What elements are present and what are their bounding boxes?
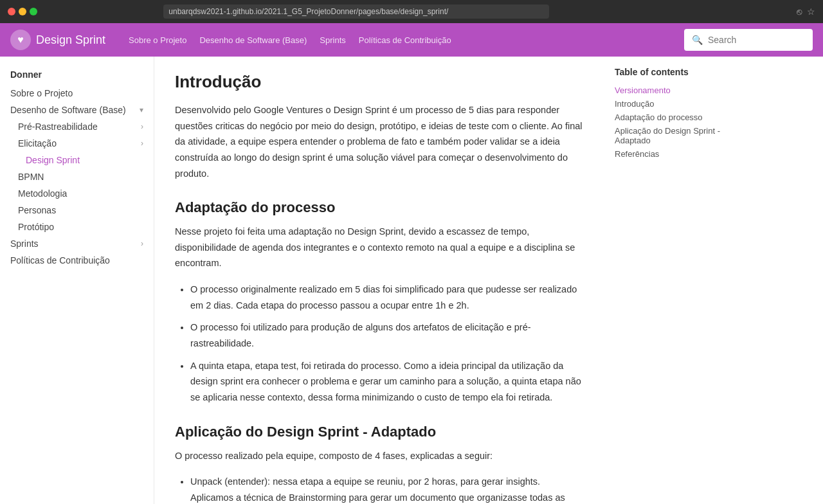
sidebar-item-politicas[interactable]: Políticas de Contribuição: [0, 252, 154, 269]
sidebar-label-sprints: Sprints: [10, 239, 39, 249]
header-logo[interactable]: ♥ Design Sprint: [10, 30, 105, 50]
search-input[interactable]: [708, 35, 805, 45]
main-layout: Donner Sobre o Projeto Desenho de Softwa…: [0, 57, 823, 504]
sidebar-label-sobre: Sobre o Projeto: [10, 88, 73, 98]
section2-paragraph: Nesse projeto foi feita uma adaptação no…: [175, 224, 584, 271]
section3-paragraph: O processo realizado pela equipe, compos…: [175, 448, 584, 464]
sidebar-label-elicitacao: Elicitação: [18, 138, 57, 148]
sidebar-item-prototipo[interactable]: Protótipo: [0, 219, 154, 235]
sidebar-label-desenho: Desenho de Software (Base): [10, 105, 126, 115]
chevron-down-icon: ▾: [140, 105, 143, 114]
star-icon[interactable]: ☆: [807, 6, 815, 17]
browser-icons: ⎋ ☆: [797, 6, 815, 17]
toc-title: Table of contents: [615, 67, 736, 77]
toc-item-referencias[interactable]: Referências: [615, 147, 736, 161]
toc-item-introducao[interactable]: Introdução: [615, 97, 736, 111]
list-item: Unpack (entender): nessa etapa a equipe …: [190, 474, 584, 504]
sidebar: Donner Sobre o Projeto Desenho de Softwa…: [0, 57, 154, 504]
sidebar-label-metodologia: Metodologia: [18, 188, 67, 199]
intro-paragraph: Desenvolvido pelo Google Ventures o Desi…: [175, 102, 584, 181]
section3-list: Unpack (entender): nessa etapa a equipe …: [190, 474, 584, 504]
sidebar-item-design-sprint[interactable]: Design Sprint: [0, 152, 154, 168]
site-header: ♥ Design Sprint Sobre o Projeto Desenho …: [0, 23, 823, 57]
sidebar-item-sobre[interactable]: Sobre o Projeto: [0, 85, 154, 102]
browser-dot-green[interactable]: [30, 8, 37, 15]
sidebar-label-design-sprint: Design Sprint: [26, 155, 80, 165]
chevron-right-icon: ›: [141, 122, 143, 131]
sidebar-item-bpmn[interactable]: BPMN: [0, 168, 154, 185]
nav-item-desenho[interactable]: Desenho de Software (Base): [199, 35, 307, 45]
chevron-right-icon-3: ›: [141, 239, 143, 248]
browser-dots: [8, 8, 37, 15]
sidebar-section-title: Donner: [0, 67, 154, 82]
logo-icon: ♥: [10, 30, 31, 50]
sidebar-item-pre-rastreabilidade[interactable]: Pré-Rastreabilidade ›: [0, 118, 154, 135]
browser-chrome: unbarqdsw2021-1.github.io/2021.1_G5_Proj…: [0, 0, 823, 23]
sidebar-label-pre: Pré-Rastreabilidade: [18, 122, 98, 132]
chevron-right-icon-2: ›: [141, 139, 143, 148]
sidebar-item-sprints[interactable]: Sprints ›: [0, 235, 154, 252]
sidebar-label-bpmn: BPMN: [18, 172, 44, 182]
search-icon: 🔍: [692, 35, 703, 45]
sidebar-label-personas: Personas: [18, 205, 56, 215]
nav-item-politicas[interactable]: Políticas de Contribuição: [359, 35, 451, 45]
nav-item-sprints[interactable]: Sprints: [320, 35, 345, 45]
toc-item-adaptacao[interactable]: Adaptação do processo: [615, 111, 736, 124]
toc-panel: Table of contents Versionamento Introduç…: [604, 57, 746, 504]
toc-item-versionamento[interactable]: Versionamento: [615, 84, 736, 97]
search-box[interactable]: 🔍: [684, 29, 813, 51]
list-item: O processo originalmente realizado em 5 …: [190, 282, 584, 313]
list-item: O processo foi utilizado para produção d…: [190, 320, 584, 351]
browser-dot-red[interactable]: [8, 8, 15, 15]
list-item: A quinta etapa, etapa test, foi retirada…: [190, 358, 584, 406]
sidebar-item-personas[interactable]: Personas: [0, 202, 154, 219]
nav-item-sobre[interactable]: Sobre o Projeto: [129, 35, 186, 45]
browser-dot-yellow[interactable]: [19, 8, 26, 15]
toc-item-aplicacao[interactable]: Aplicação do Design Sprint - Adaptado: [615, 124, 736, 147]
section2-heading: Adaptação do processo: [175, 199, 584, 216]
section2-list: O processo originalmente realizado em 5 …: [190, 282, 584, 405]
main-content: Introdução Desenvolvido pelo Google Vent…: [154, 57, 604, 504]
cast-icon[interactable]: ⎋: [797, 6, 802, 17]
header-title: Design Sprint: [36, 33, 105, 47]
sidebar-item-desenho[interactable]: Desenho de Software (Base) ▾: [0, 102, 154, 118]
sidebar-label-prototipo: Protótipo: [18, 222, 54, 232]
sidebar-item-elicitacao[interactable]: Elicitação ›: [0, 135, 154, 152]
header-nav: Sobre o Projeto Desenho de Software (Bas…: [129, 35, 674, 45]
section3-heading: Aplicação do Design Sprint - Adaptado: [175, 424, 584, 440]
url-text: unbarqdsw2021-1.github.io/2021.1_G5_Proj…: [168, 7, 448, 16]
address-bar[interactable]: unbarqdsw2021-1.github.io/2021.1_G5_Proj…: [163, 4, 549, 19]
sidebar-item-metodologia[interactable]: Metodologia: [0, 185, 154, 202]
sidebar-label-politicas: Políticas de Contribuição: [10, 255, 110, 266]
main-heading: Introdução: [175, 72, 584, 92]
